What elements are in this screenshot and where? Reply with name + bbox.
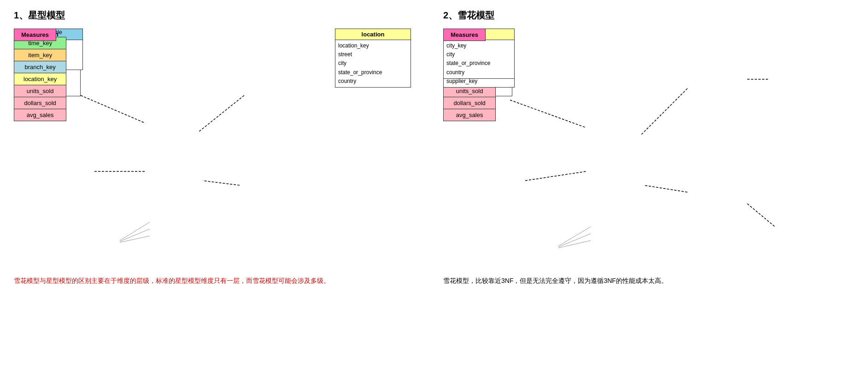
snow-fact-dollars-sold: dollars_sold — [443, 97, 496, 109]
star-fact-branch-key: branch_key — [14, 61, 66, 73]
star-measures: Measures — [14, 29, 56, 41]
snow-city-rows: city_keycitystate_or_provincecountry — [444, 40, 514, 78]
star-location-rows: location_keystreetcitystate_or_provincec… — [335, 40, 411, 87]
svg-line-10 — [644, 185, 687, 192]
svg-line-3 — [203, 181, 240, 185]
star-location-table: location location_keystreetcitystate_or_… — [335, 29, 411, 88]
section1-title: 1、星型模型 — [14, 9, 425, 22]
star-fact-item-key: item_key — [14, 49, 66, 61]
snowflake-bottom-text: 雪花模型，比较靠近3NF，但是无法完全遵守，因为遵循3NF的性能成本太高。 — [443, 275, 854, 287]
section-snowflake-model: 2、雪花模型 time — [443, 9, 854, 287]
star-fact-rows: time_key item_key branch_key location_ke… — [14, 37, 66, 121]
svg-line-8 — [641, 88, 687, 135]
svg-line-1 — [198, 95, 244, 132]
section-star-model: 1、星型模型 time time_keydayday_of_t — [14, 9, 425, 287]
star-fact-units-sold: units_sold — [14, 85, 66, 97]
section2-title: 2、雪花模型 — [443, 9, 854, 22]
star-fact-dollars-sold: dollars_sold — [14, 97, 66, 109]
star-location-header: location — [335, 29, 411, 40]
svg-line-4 — [120, 222, 150, 241]
svg-line-7 — [510, 100, 586, 128]
svg-line-9 — [525, 171, 586, 181]
svg-line-15 — [558, 241, 591, 248]
snowflake-diagram: time time_keydayday_of_the_weekmonthquar… — [443, 29, 854, 268]
snow-measures: Measures — [443, 29, 486, 41]
star-diagram: time time_keydayday_of_the_weekmonthquar… — [14, 29, 425, 268]
snow-fact-avg-sales: avg_sales — [443, 109, 496, 121]
svg-line-6 — [120, 236, 150, 242]
star-fact-table: Sales Fact Table time_key item_key branc… — [14, 29, 66, 121]
svg-line-14 — [558, 234, 591, 247]
svg-line-13 — [558, 227, 591, 246]
svg-line-12 — [747, 204, 775, 227]
star-bottom-text: 雪花模型与星型模型的区别主要在于维度的层级，标准的星型模型维度只有一层，而雪花模… — [14, 275, 425, 287]
star-fact-avg-sales: avg_sales — [14, 109, 66, 121]
star-fact-location-key: location_key — [14, 73, 66, 85]
svg-line-5 — [120, 229, 150, 241]
svg-line-0 — [81, 95, 145, 123]
